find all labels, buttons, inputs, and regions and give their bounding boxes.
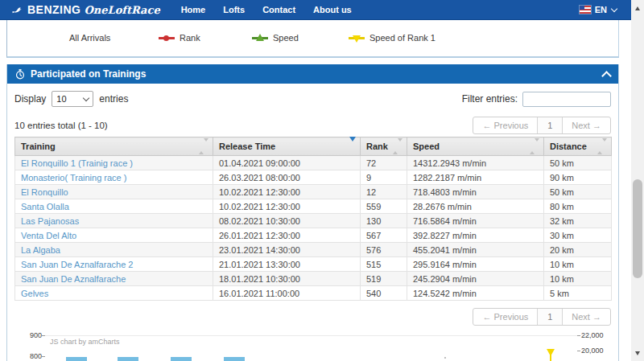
cell-speed: 718.4803 m/min	[407, 185, 544, 199]
nav-item-contact[interactable]: Contact	[262, 5, 295, 14]
cell-rank: 576	[361, 243, 407, 257]
table-row: Santa Olalla10.02.2021 12:30:0055928.267…	[15, 199, 612, 214]
chevron-up-icon[interactable]	[601, 71, 612, 81]
training-link[interactable]: El Ronquillo 1 (Trainig race )	[21, 158, 133, 168]
column-header-distance[interactable]: Distance	[544, 137, 612, 156]
cell-speed: 28.2676 m/min	[407, 199, 544, 214]
training-link[interactable]: Santa Olalla	[21, 202, 69, 211]
sort-arrows-icon	[199, 142, 208, 151]
legend-label: Rank	[180, 33, 200, 43]
table-row: La Algaba23.01.2021 14:30:00576455.2041 …	[15, 243, 612, 257]
training-link[interactable]: Venta Del Alto	[21, 231, 76, 240]
panel-header[interactable]: Participated on Trainings	[7, 64, 618, 84]
training-link[interactable]: Las Pajanosas	[21, 216, 79, 226]
filter-group: Filter entries:	[462, 92, 611, 107]
table-row: El Ronquillo10.02.2021 12:30:0012718.480…	[15, 185, 612, 199]
table-row: Venta Del Alto26.01.2021 12:30:00567392.…	[15, 228, 612, 243]
gridline	[45, 335, 577, 336]
entries-label: entries	[99, 93, 128, 105]
cell-training: San Juan De Aznalfarache	[15, 272, 213, 286]
training-link[interactable]: San Juan De Aznalfarache	[21, 274, 126, 284]
top-navbar: BENZING OneLoftRace Home Lofts Contact A…	[0, 0, 631, 20]
cell-release-time: 21.01.2021 13:30:00	[213, 257, 361, 272]
cell-training: La Algaba	[15, 243, 213, 257]
filter-input[interactable]	[522, 92, 611, 107]
page-scrollbar	[631, 0, 644, 361]
trainings-table-body: El Ronquillo 1 (Trainig race )01.04.2021…	[15, 156, 612, 301]
previous-page-button[interactable]: ← Previous	[473, 309, 537, 325]
next-page-button[interactable]: Next →	[562, 309, 610, 325]
cell-rank: 72	[361, 156, 407, 170]
chart-bar	[224, 357, 245, 361]
cell-rank: 130	[361, 214, 407, 228]
legend-item-speed-of-rank-1[interactable]: Speed of Rank 1	[349, 33, 436, 43]
amcharts-credit[interactable]: JS chart by amCharts	[50, 338, 120, 346]
flag-us-icon	[580, 6, 591, 14]
entries-summary: 10 entries total (1 - 10)	[14, 121, 108, 130]
next-page-button[interactable]: Next →	[562, 117, 610, 133]
legend-item-rank[interactable]: Rank	[159, 33, 200, 43]
display-label: Display	[14, 93, 46, 105]
speed-rank1-marker-stem	[550, 355, 551, 361]
sort-arrows-icon	[597, 142, 607, 151]
language-selector[interactable]: EN	[580, 5, 617, 14]
cell-release-time: 18.01.2021 10:30:00	[213, 272, 361, 286]
cell-training: Santa Olalla	[15, 199, 213, 214]
table-row: Monasterio( Training race )26.03.2021 08…	[15, 170, 612, 185]
legend-line-circle-icon	[159, 34, 175, 43]
legend-item-speed[interactable]: Speed	[252, 33, 299, 43]
table-row: San Juan De Aznalfarache 221.01.2021 13:…	[15, 257, 612, 272]
legend-label: Speed	[273, 33, 299, 43]
column-header-training[interactable]: Training	[15, 137, 213, 156]
training-link[interactable]: La Algaba	[21, 245, 60, 255]
nav-item-lofts[interactable]: Lofts	[223, 5, 245, 14]
cell-distance: 50 km	[544, 156, 612, 170]
nav-item-about[interactable]: About us	[313, 5, 352, 14]
table-row: Gelves16.01.2021 11:00:00540124.5242 m/m…	[15, 286, 612, 301]
training-link[interactable]: El Ronquillo	[21, 187, 68, 197]
pagination-bottom-row: ← Previous 1 Next →	[14, 308, 611, 326]
left-axis-label: 800	[18, 352, 42, 360]
column-header-speed[interactable]: Speed	[407, 137, 544, 156]
cell-rank: 519	[361, 272, 407, 286]
cell-speed: 14312.2943 m/min	[407, 156, 544, 170]
table-row: San Juan De Aznalfarache18.01.2021 10:30…	[15, 272, 612, 286]
participated-trainings-panel: Participated on Trainings Display 10 ent…	[6, 64, 619, 361]
nav-item-home[interactable]: Home	[181, 5, 206, 14]
cell-training: El Ronquillo 1 (Trainig race )	[15, 156, 213, 170]
legend-line-triangle-up-icon	[252, 34, 268, 43]
cell-distance: 20 km	[544, 243, 612, 257]
table-row: El Ronquillo 1 (Trainig race )01.04.2021…	[15, 156, 612, 170]
column-header-rank[interactable]: Rank	[361, 137, 407, 156]
previous-page-button[interactable]: ← Previous	[473, 117, 537, 133]
legend-item-all-arrivals[interactable]: All Arrivals	[48, 33, 110, 43]
scrollbar-thumb[interactable]	[633, 179, 642, 278]
axis-tick	[577, 351, 580, 351]
cell-speed: 716.5864 m/min	[407, 214, 544, 228]
cell-distance: 30 km	[544, 228, 612, 243]
page-size-select[interactable]: 10	[52, 91, 93, 107]
cell-release-time: 16.01.2021 11:00:00	[213, 286, 361, 301]
cell-release-time: 08.02.2021 10:30:00	[213, 214, 361, 228]
brand-name: BENZING	[27, 3, 81, 16]
stopwatch-icon	[15, 69, 25, 80]
training-link[interactable]: San Juan De Aznalfarache 2	[21, 260, 133, 269]
brand-suffix: OneLoftRace	[85, 4, 160, 16]
training-link[interactable]: Monasterio( Training race )	[21, 173, 126, 183]
pagination-bottom: ← Previous 1 Next →	[473, 308, 611, 326]
cell-rank: 12	[361, 185, 407, 199]
page-number-button[interactable]: 1	[537, 309, 562, 325]
cell-speed: 245.2904 m/min	[407, 272, 544, 286]
brand-logo[interactable]: BENZING OneLoftRace	[11, 3, 160, 16]
legend-box-icon	[48, 34, 64, 43]
cell-distance: 80 km	[544, 199, 612, 214]
right-axis-label: 20,000	[581, 347, 604, 355]
page-number-button[interactable]: 1	[537, 117, 562, 133]
scroll-up-button[interactable]	[631, 2, 644, 14]
training-link[interactable]: Gelves	[21, 289, 48, 298]
cell-rank: 540	[361, 286, 407, 301]
cell-release-time: 10.02.2021 12:30:00	[213, 199, 361, 214]
scroll-down-button[interactable]	[631, 347, 644, 359]
chart-point	[444, 357, 446, 359]
column-header-release-time[interactable]: Release Time	[213, 137, 361, 156]
